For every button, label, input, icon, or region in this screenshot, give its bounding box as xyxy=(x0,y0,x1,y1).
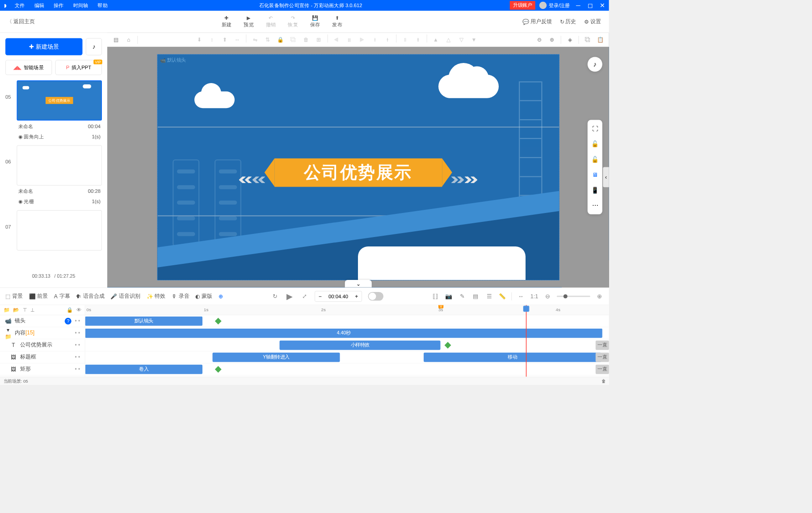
lock-icon[interactable]: 🔒 xyxy=(67,307,73,313)
always-clip[interactable]: 一直 xyxy=(596,353,609,362)
main-title-banner[interactable]: 公司优势展示 xyxy=(274,158,442,187)
close-button[interactable]: ✕ xyxy=(598,1,606,9)
loop-switch[interactable] xyxy=(368,292,383,301)
login-button[interactable]: 登录/注册 xyxy=(539,2,570,9)
titlebox-clip1[interactable]: Y轴翻转进入 xyxy=(213,353,340,362)
time-value[interactable]: 00:04.40 xyxy=(325,293,352,299)
new-scene-button[interactable]: ✚ 新建场景 xyxy=(5,38,83,55)
align-vbottom-icon[interactable]: ⫳ xyxy=(382,34,393,45)
new-button[interactable]: ✚新建 xyxy=(222,15,232,28)
flip-h-icon[interactable]: ⇋ xyxy=(250,34,261,45)
scene-thumbnail[interactable]: 公司优势展示 xyxy=(17,80,102,121)
content-track-line[interactable]: 4.40秒 xyxy=(85,327,609,339)
content-clip[interactable]: 4.40秒 xyxy=(85,329,602,338)
copy-icon[interactable]: ⿻ xyxy=(582,34,593,45)
titlebox-track-line[interactable]: Y轴翻转进入 移动 一直 xyxy=(85,351,609,363)
tl-mask-button[interactable]: ◐蒙版 xyxy=(195,293,212,300)
canvas-stage[interactable]: 📹 默认镜头 « « » » 公司优势展示 xyxy=(157,54,559,280)
monitor-icon[interactable]: 🖥 xyxy=(589,170,600,180)
layers-icon[interactable]: ▤ xyxy=(471,292,480,301)
scene-item-07[interactable]: 07 xyxy=(5,210,102,250)
music-button[interactable]: ♪ xyxy=(86,38,102,55)
distribute-h-icon[interactable]: ⫴ xyxy=(400,34,411,45)
eye-icon[interactable]: 👁 xyxy=(76,307,81,313)
keyframe-diamond[interactable] xyxy=(445,342,451,349)
expand-icon[interactable]: ⊤ xyxy=(23,307,27,313)
zoom-in-icon[interactable]: ⊕ xyxy=(595,292,604,301)
marker-icon[interactable]: ⟦⟧ xyxy=(431,292,440,301)
preview-button[interactable]: ▶预览 xyxy=(244,15,254,28)
menu-timeline[interactable]: 时间轴 xyxy=(69,0,93,10)
align-hcenter-icon[interactable]: ⫼ xyxy=(344,34,355,45)
upgrade-button[interactable]: 升级账户 xyxy=(510,1,535,10)
menu-file[interactable]: 文件 xyxy=(11,0,29,10)
playhead[interactable] xyxy=(526,305,527,377)
collapse-icon[interactable]: ⊥ xyxy=(30,307,35,313)
ruler-icon[interactable]: 📏 xyxy=(498,292,507,301)
align-center-icon[interactable]: ↔ xyxy=(232,34,243,45)
tl-more-button[interactable]: ⊕ xyxy=(219,293,223,299)
zoom-out-icon[interactable]: ⊖ xyxy=(534,34,545,45)
redo-button[interactable]: ↷恢复 xyxy=(288,15,298,28)
camera-clip[interactable]: 默认镜头 xyxy=(85,317,203,326)
always-clip[interactable]: 一直 xyxy=(596,341,609,350)
time-decrease-button[interactable]: − xyxy=(315,291,325,301)
paste-icon[interactable]: 📋 xyxy=(595,34,606,45)
flip-v-icon[interactable]: ⇅ xyxy=(262,34,273,45)
fullscreen-play-button[interactable]: ⤢ xyxy=(300,292,309,301)
mobile-icon[interactable]: 📱 xyxy=(589,185,600,196)
align-top-icon[interactable]: ⬆ xyxy=(219,34,230,45)
rewind-button[interactable]: ↻ xyxy=(270,292,279,301)
tl-asr-button[interactable]: 🎤语音识别 xyxy=(110,293,140,300)
tl-subtitle-button[interactable]: A字幕 xyxy=(54,293,70,300)
edit-icon[interactable]: ✎ xyxy=(458,292,467,301)
menu-help[interactable]: 帮助 xyxy=(93,0,112,10)
scene-thumbnail[interactable] xyxy=(17,210,102,250)
align-bottom-icon[interactable]: ⬇ xyxy=(194,34,205,45)
keyframe-diamond[interactable] xyxy=(215,318,222,325)
bring-front-icon[interactable]: ▲ xyxy=(430,34,441,45)
minimize-button[interactable]: ─ xyxy=(574,1,582,9)
text-clip[interactable]: 小样特效 xyxy=(280,341,441,350)
folder-icon[interactable]: 📁 xyxy=(4,307,10,313)
tl-record-button[interactable]: 🎙录音 xyxy=(172,293,189,300)
align-right-icon[interactable]: ⫸ xyxy=(357,34,367,45)
send-backward-icon[interactable]: ▽ xyxy=(456,34,467,45)
tl-fx-button[interactable]: ✨特效 xyxy=(147,293,166,300)
tl-bg-button[interactable]: ⬚背景 xyxy=(5,293,23,300)
rect-clip[interactable]: 卷入 xyxy=(85,365,203,374)
scene-item-06[interactable]: 06 未命名 00:28 ◉ 光栅 1(s) xyxy=(5,146,102,207)
track-content[interactable]: ▾ 📁 内容[15] • • xyxy=(0,327,85,339)
group-icon[interactable]: ⊞ xyxy=(313,34,324,45)
lock-rotation-icon[interactable]: 🔓 xyxy=(589,139,600,150)
history-button[interactable]: ↻历史 xyxy=(560,18,576,25)
always-clip[interactable]: 一直 xyxy=(596,365,609,374)
zoom-out-icon[interactable]: ⊖ xyxy=(543,292,552,301)
zoom-slider[interactable] xyxy=(557,296,590,297)
scene-item-05[interactable]: 05 公司优势展示 未命名 00:04 ◉ 圆角向上 1(s) xyxy=(5,80,102,142)
insert-ppt-button[interactable]: P 插入PPT VIP xyxy=(55,60,102,75)
settings-button[interactable]: ⚙设置 xyxy=(584,18,601,25)
camera-track-line[interactable]: 默认镜头 xyxy=(85,315,609,327)
layers-icon[interactable]: ▤ xyxy=(111,34,122,45)
tl-fg-button[interactable]: ⬛前景 xyxy=(29,293,48,300)
scene-thumbnail[interactable] xyxy=(17,146,102,186)
track-rect[interactable]: 🖼 矩形 • • xyxy=(0,363,85,375)
float-music-button[interactable]: ♪ xyxy=(588,57,602,72)
track-text[interactable]: T 公司优势展示 • • xyxy=(0,339,85,351)
track-titlebox[interactable]: 🖼 标题框 • • xyxy=(0,351,85,363)
keyframe-diamond[interactable] xyxy=(215,366,222,373)
titlebox-clip2[interactable]: 移动 xyxy=(424,353,602,362)
publish-button[interactable]: ⬆发布 xyxy=(332,15,342,28)
fit-width-icon[interactable]: ↔ xyxy=(517,292,526,301)
rect-track-line[interactable]: 卷入 一直 xyxy=(85,363,609,375)
copy-icon[interactable]: ⿻ xyxy=(288,34,299,45)
lock-icon[interactable]: 🔒 xyxy=(275,34,286,45)
text-track-line[interactable]: 小样特效 一直 xyxy=(85,339,609,351)
maximize-button[interactable]: ◻ xyxy=(586,1,594,9)
expand-panel-button[interactable]: ‹ xyxy=(603,167,609,187)
align-left-icon[interactable]: ⫷ xyxy=(331,34,342,45)
smart-scene-button[interactable]: ◢◣ 智能场景 xyxy=(5,60,52,75)
play-button[interactable]: ▶ xyxy=(285,292,294,301)
time-ruler[interactable]: 0s 1s 2s 3s 4s V xyxy=(85,305,609,315)
